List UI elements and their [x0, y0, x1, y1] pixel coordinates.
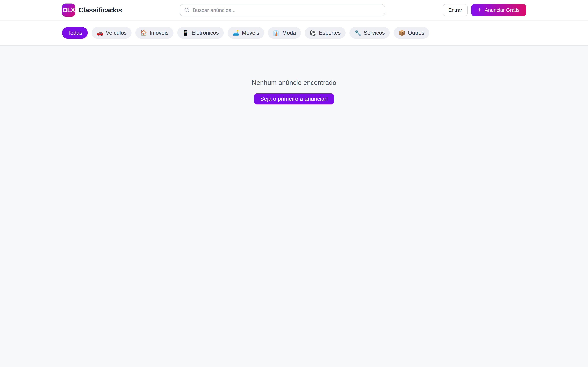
category-label: Veículos [106, 30, 127, 36]
soccer-ball-icon: ⚽ [310, 30, 317, 36]
category-pill-todas[interactable]: Todas [62, 27, 88, 39]
category-label: Esportes [319, 30, 341, 36]
category-label: Todas [68, 30, 82, 36]
couch-icon: 🛋️ [233, 30, 239, 36]
category-label: Outros [408, 30, 424, 36]
plus-icon: + [478, 6, 482, 13]
wrench-icon: 🔧 [354, 30, 361, 36]
search-box[interactable] [180, 4, 385, 16]
category-pill-moveis[interactable]: 🛋️ Móveis [227, 27, 264, 39]
mobile-phone-icon: 📱 [182, 30, 189, 36]
package-icon: 📦 [398, 30, 405, 36]
category-pill-veiculos[interactable]: 🚗 Veículos [92, 27, 131, 39]
category-pill-eletronicos[interactable]: 📱 Eletrônicos [177, 27, 224, 39]
search-icon [184, 7, 190, 13]
header: OLX Classificados Entrar + Anunciar Grát… [0, 0, 588, 20]
main-content: Nenhum anúncio encontrado Seja o primeir… [0, 46, 588, 367]
category-pill-esportes[interactable]: ⚽ Esportes [305, 27, 346, 39]
category-label: Moda [282, 30, 296, 36]
category-pill-outros[interactable]: 📦 Outros [394, 27, 429, 39]
category-label: Eletrônicos [191, 30, 219, 36]
login-button[interactable]: Entrar [443, 4, 468, 16]
search-input[interactable] [193, 7, 381, 13]
category-bar: Todas 🚗 Veículos 🏠 Imóveis 📱 Eletrônicos… [0, 20, 588, 46]
post-ad-label: Anunciar Grátis [485, 7, 519, 13]
olx-logo: OLX [62, 3, 75, 17]
brand[interactable]: OLX Classificados [62, 3, 122, 17]
car-icon: 🚗 [96, 30, 103, 36]
header-actions: Entrar + Anunciar Grátis [443, 4, 526, 16]
brand-title: Classificados [78, 6, 122, 14]
necktie-icon: 👔 [273, 30, 280, 36]
category-pill-servicos[interactable]: 🔧 Serviços [349, 27, 390, 39]
empty-state-message: Nenhum anúncio encontrado [0, 79, 588, 86]
first-to-post-button[interactable]: Seja o primeiro a anunciar! [254, 93, 334, 104]
house-icon: 🏠 [140, 30, 147, 36]
category-label: Serviços [364, 30, 385, 36]
category-label: Imóveis [150, 30, 169, 36]
category-pill-imoveis[interactable]: 🏠 Imóveis [135, 27, 173, 39]
category-label: Móveis [242, 30, 259, 36]
category-pill-moda[interactable]: 👔 Moda [268, 27, 301, 39]
post-ad-button[interactable]: + Anunciar Grátis [471, 4, 526, 16]
